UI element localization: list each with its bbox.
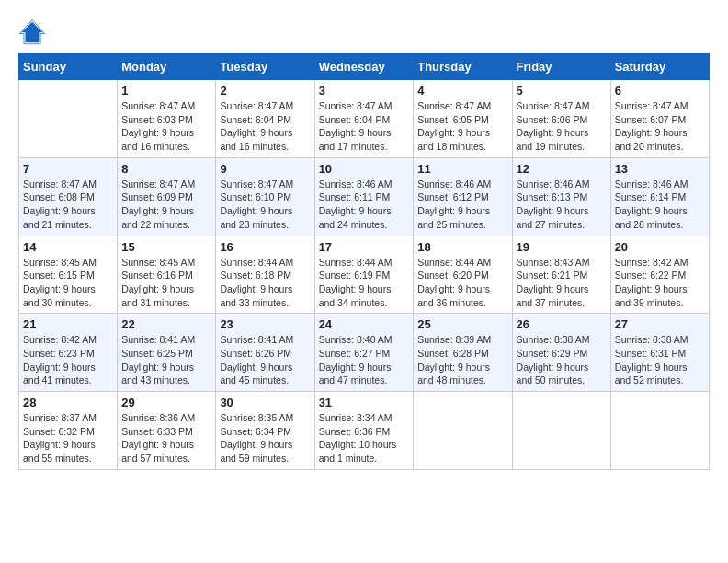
col-header-wednesday: Wednesday	[314, 54, 414, 80]
day-number: 5	[517, 84, 607, 98]
day-number: 19	[517, 240, 607, 254]
day-info: Sunrise: 8:46 AM Sunset: 6:11 PM Dayligh…	[319, 178, 410, 232]
calendar-cell: 5Sunrise: 8:47 AM Sunset: 6:06 PM Daylig…	[512, 80, 610, 158]
day-number: 12	[517, 162, 607, 176]
calendar-cell: 11Sunrise: 8:46 AM Sunset: 6:12 PM Dayli…	[414, 157, 512, 236]
calendar-cell: 6Sunrise: 8:47 AM Sunset: 6:07 PM Daylig…	[610, 80, 709, 158]
day-info: Sunrise: 8:45 AM Sunset: 6:15 PM Dayligh…	[23, 256, 113, 310]
day-number: 10	[319, 162, 410, 176]
col-header-friday: Friday	[512, 54, 610, 80]
day-number: 21	[23, 317, 113, 331]
calendar-week-row: 21Sunrise: 8:42 AM Sunset: 6:23 PM Dayli…	[19, 314, 710, 392]
day-info: Sunrise: 8:38 AM Sunset: 6:31 PM Dayligh…	[615, 333, 705, 387]
calendar-cell: 10Sunrise: 8:46 AM Sunset: 6:11 PM Dayli…	[314, 157, 414, 236]
calendar-cell: 30Sunrise: 8:35 AM Sunset: 6:34 PM Dayli…	[216, 392, 314, 470]
day-number: 11	[417, 162, 507, 176]
calendar-cell: 21Sunrise: 8:42 AM Sunset: 6:23 PM Dayli…	[19, 314, 118, 392]
day-info: Sunrise: 8:41 AM Sunset: 6:26 PM Dayligh…	[220, 333, 310, 387]
calendar-cell: 31Sunrise: 8:34 AM Sunset: 6:36 PM Dayli…	[314, 392, 414, 470]
day-number: 7	[23, 162, 113, 176]
day-info: Sunrise: 8:44 AM Sunset: 6:18 PM Dayligh…	[220, 256, 310, 310]
day-number: 20	[615, 240, 705, 254]
day-number: 28	[23, 396, 113, 409]
calendar-cell: 23Sunrise: 8:41 AM Sunset: 6:26 PM Dayli…	[216, 314, 314, 392]
day-info: Sunrise: 8:37 AM Sunset: 6:32 PM Dayligh…	[23, 411, 113, 465]
calendar-cell: 7Sunrise: 8:47 AM Sunset: 6:08 PM Daylig…	[19, 157, 118, 236]
calendar-cell	[414, 392, 512, 470]
day-number: 1	[121, 84, 211, 98]
col-header-thursday: Thursday	[414, 54, 512, 80]
day-info: Sunrise: 8:46 AM Sunset: 6:12 PM Dayligh…	[417, 178, 507, 232]
day-info: Sunrise: 8:44 AM Sunset: 6:19 PM Dayligh…	[319, 256, 410, 310]
day-info: Sunrise: 8:42 AM Sunset: 6:22 PM Dayligh…	[615, 256, 705, 310]
day-info: Sunrise: 8:47 AM Sunset: 6:05 PM Dayligh…	[417, 99, 507, 154]
day-number: 27	[615, 317, 705, 331]
calendar-cell: 20Sunrise: 8:42 AM Sunset: 6:22 PM Dayli…	[610, 236, 709, 314]
calendar-cell: 1Sunrise: 8:47 AM Sunset: 6:03 PM Daylig…	[118, 80, 216, 158]
calendar-cell: 16Sunrise: 8:44 AM Sunset: 6:18 PM Dayli…	[216, 236, 314, 314]
logo	[18, 18, 50, 46]
day-number: 16	[220, 240, 310, 254]
logo-icon	[18, 18, 46, 46]
day-info: Sunrise: 8:47 AM Sunset: 6:04 PM Dayligh…	[220, 99, 310, 154]
calendar-cell: 26Sunrise: 8:38 AM Sunset: 6:29 PM Dayli…	[512, 314, 610, 392]
col-header-tuesday: Tuesday	[216, 54, 314, 80]
calendar-cell: 13Sunrise: 8:46 AM Sunset: 6:14 PM Dayli…	[610, 157, 709, 236]
calendar-cell: 8Sunrise: 8:47 AM Sunset: 6:09 PM Daylig…	[118, 157, 216, 236]
day-info: Sunrise: 8:45 AM Sunset: 6:16 PM Dayligh…	[121, 256, 211, 310]
calendar-cell: 27Sunrise: 8:38 AM Sunset: 6:31 PM Dayli…	[610, 314, 709, 392]
day-number: 4	[417, 84, 507, 98]
calendar-cell: 18Sunrise: 8:44 AM Sunset: 6:20 PM Dayli…	[414, 236, 512, 314]
day-number: 24	[319, 317, 410, 331]
day-info: Sunrise: 8:47 AM Sunset: 6:10 PM Dayligh…	[220, 178, 310, 232]
day-number: 14	[23, 240, 113, 254]
day-info: Sunrise: 8:47 AM Sunset: 6:03 PM Dayligh…	[121, 99, 211, 154]
day-info: Sunrise: 8:43 AM Sunset: 6:21 PM Dayligh…	[517, 256, 607, 310]
calendar-cell: 14Sunrise: 8:45 AM Sunset: 6:15 PM Dayli…	[19, 236, 118, 314]
calendar-week-row: 28Sunrise: 8:37 AM Sunset: 6:32 PM Dayli…	[19, 392, 710, 470]
day-number: 31	[319, 396, 410, 409]
day-number: 17	[319, 240, 410, 254]
calendar-cell	[610, 392, 709, 470]
calendar-week-row: 14Sunrise: 8:45 AM Sunset: 6:15 PM Dayli…	[19, 236, 710, 314]
day-number: 30	[220, 396, 310, 409]
calendar-week-row: 7Sunrise: 8:47 AM Sunset: 6:08 PM Daylig…	[19, 157, 710, 236]
calendar-cell	[512, 392, 610, 470]
day-number: 22	[121, 317, 211, 331]
day-info: Sunrise: 8:34 AM Sunset: 6:36 PM Dayligh…	[319, 411, 410, 465]
calendar-cell: 3Sunrise: 8:47 AM Sunset: 6:04 PM Daylig…	[314, 80, 414, 158]
svg-marker-0	[22, 22, 43, 43]
calendar-cell: 17Sunrise: 8:44 AM Sunset: 6:19 PM Dayli…	[314, 236, 414, 314]
day-info: Sunrise: 8:39 AM Sunset: 6:28 PM Dayligh…	[417, 333, 507, 387]
col-header-sunday: Sunday	[19, 54, 118, 80]
calendar-cell: 12Sunrise: 8:46 AM Sunset: 6:13 PM Dayli…	[512, 157, 610, 236]
calendar-cell	[19, 80, 118, 158]
day-number: 18	[417, 240, 507, 254]
day-info: Sunrise: 8:38 AM Sunset: 6:29 PM Dayligh…	[517, 333, 607, 387]
day-number: 13	[615, 162, 705, 176]
day-info: Sunrise: 8:46 AM Sunset: 6:14 PM Dayligh…	[615, 178, 705, 232]
day-info: Sunrise: 8:47 AM Sunset: 6:08 PM Dayligh…	[23, 178, 113, 232]
calendar-cell: 15Sunrise: 8:45 AM Sunset: 6:16 PM Dayli…	[118, 236, 216, 314]
calendar-table: SundayMondayTuesdayWednesdayThursdayFrid…	[18, 53, 710, 470]
day-info: Sunrise: 8:42 AM Sunset: 6:23 PM Dayligh…	[23, 333, 113, 387]
day-info: Sunrise: 8:41 AM Sunset: 6:25 PM Dayligh…	[121, 333, 211, 387]
day-number: 2	[220, 84, 310, 98]
day-info: Sunrise: 8:47 AM Sunset: 6:06 PM Dayligh…	[517, 99, 607, 154]
calendar-week-row: 1Sunrise: 8:47 AM Sunset: 6:03 PM Daylig…	[19, 80, 710, 158]
calendar-cell: 2Sunrise: 8:47 AM Sunset: 6:04 PM Daylig…	[216, 80, 314, 158]
calendar-cell: 19Sunrise: 8:43 AM Sunset: 6:21 PM Dayli…	[512, 236, 610, 314]
day-info: Sunrise: 8:44 AM Sunset: 6:20 PM Dayligh…	[417, 256, 507, 310]
day-info: Sunrise: 8:47 AM Sunset: 6:04 PM Dayligh…	[319, 99, 410, 154]
calendar-cell: 29Sunrise: 8:36 AM Sunset: 6:33 PM Dayli…	[118, 392, 216, 470]
day-number: 6	[615, 84, 705, 98]
day-info: Sunrise: 8:47 AM Sunset: 6:09 PM Dayligh…	[121, 178, 211, 232]
day-info: Sunrise: 8:35 AM Sunset: 6:34 PM Dayligh…	[220, 411, 310, 465]
day-number: 25	[417, 317, 507, 331]
calendar-header-row: SundayMondayTuesdayWednesdayThursdayFrid…	[19, 54, 710, 80]
col-header-monday: Monday	[118, 54, 216, 80]
calendar-cell: 4Sunrise: 8:47 AM Sunset: 6:05 PM Daylig…	[414, 80, 512, 158]
calendar-cell: 25Sunrise: 8:39 AM Sunset: 6:28 PM Dayli…	[414, 314, 512, 392]
calendar-cell: 28Sunrise: 8:37 AM Sunset: 6:32 PM Dayli…	[19, 392, 118, 470]
day-number: 8	[121, 162, 211, 176]
